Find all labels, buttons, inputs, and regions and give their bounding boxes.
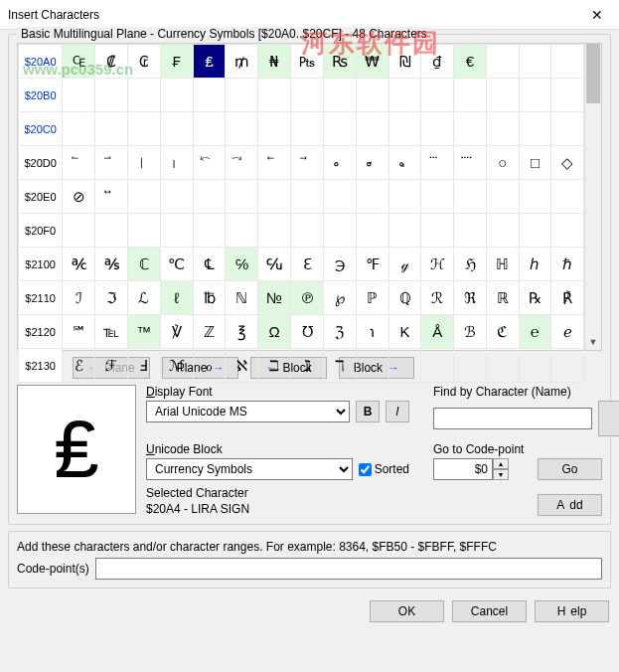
- char-cell[interactable]: [193, 180, 226, 214]
- char-cell[interactable]: [551, 45, 584, 79]
- char-cell[interactable]: ℏ: [551, 248, 584, 281]
- char-cell[interactable]: [519, 349, 551, 383]
- char-cell[interactable]: [519, 180, 551, 214]
- char-cell[interactable]: [324, 112, 357, 146]
- char-cell[interactable]: Ⅎ: [127, 349, 160, 383]
- sorted-checkbox-wrap[interactable]: Sorted: [359, 462, 409, 476]
- char-cell[interactable]: ⊘: [63, 180, 95, 214]
- char-cell[interactable]: [356, 214, 388, 248]
- char-cell[interactable]: ⃕: [226, 146, 258, 180]
- char-cell[interactable]: ⃚: [388, 146, 421, 180]
- char-cell[interactable]: [291, 79, 324, 112]
- char-cell[interactable]: [193, 79, 226, 112]
- char-cell[interactable]: [454, 180, 487, 214]
- char-cell[interactable]: ℞: [519, 281, 551, 315]
- char-cell[interactable]: [388, 214, 421, 248]
- char-cell[interactable]: ℇ: [291, 248, 324, 281]
- char-cell[interactable]: ℣: [160, 315, 193, 349]
- char-cell[interactable]: [291, 214, 324, 248]
- bold-button[interactable]: B: [356, 401, 380, 422]
- char-cell[interactable]: [551, 214, 584, 248]
- char-cell[interactable]: ℍ: [486, 248, 519, 281]
- ok-button[interactable]: OK: [370, 600, 444, 622]
- char-cell[interactable]: ℔: [193, 281, 226, 315]
- char-cell[interactable]: ℭ: [486, 315, 519, 349]
- char-cell[interactable]: [324, 79, 357, 112]
- char-cell[interactable]: ℜ: [454, 281, 487, 315]
- char-cell[interactable]: ℕ: [226, 281, 258, 315]
- char-cell[interactable]: ⃛: [421, 146, 454, 180]
- char-cell[interactable]: ◇: [551, 146, 584, 180]
- char-cell[interactable]: ⃔: [193, 146, 226, 180]
- char-cell[interactable]: ℶ: [258, 349, 291, 383]
- char-cell[interactable]: ℩: [356, 315, 388, 349]
- char-cell[interactable]: [95, 214, 128, 248]
- char-cell[interactable]: [421, 214, 454, 248]
- char-cell[interactable]: Å: [421, 315, 454, 349]
- char-cell[interactable]: [258, 112, 291, 146]
- scroll-down-icon[interactable]: ▼: [585, 333, 601, 350]
- char-cell[interactable]: ⃘: [324, 146, 357, 180]
- char-cell[interactable]: [454, 112, 487, 146]
- char-cell[interactable]: [160, 180, 193, 214]
- char-cell[interactable]: ℵ: [226, 349, 258, 383]
- char-cell[interactable]: ℒ: [127, 281, 160, 315]
- char-cell[interactable]: ℀: [63, 248, 95, 281]
- char-cell[interactable]: ℁: [95, 248, 128, 281]
- char-cell[interactable]: [324, 214, 357, 248]
- char-cell[interactable]: [454, 214, 487, 248]
- char-cell[interactable]: ⃖: [258, 146, 291, 180]
- char-cell[interactable]: ₣: [160, 45, 193, 79]
- char-cell[interactable]: ⃙: [356, 146, 388, 180]
- char-cell[interactable]: ℴ: [193, 349, 226, 383]
- char-cell[interactable]: [388, 180, 421, 214]
- char-cell[interactable]: [519, 79, 551, 112]
- char-cell[interactable]: [356, 180, 388, 214]
- char-cell[interactable]: [226, 112, 258, 146]
- char-cell[interactable]: ℘: [324, 281, 357, 315]
- sorted-checkbox[interactable]: [359, 463, 372, 476]
- char-cell[interactable]: [454, 349, 487, 383]
- char-cell[interactable]: ₡: [95, 45, 128, 79]
- char-cell[interactable]: ℊ: [388, 248, 421, 281]
- char-cell[interactable]: [356, 349, 388, 383]
- char-cell[interactable]: ₦: [258, 45, 291, 79]
- find-input[interactable]: [433, 408, 592, 429]
- char-cell[interactable]: [160, 214, 193, 248]
- char-cell[interactable]: ℯ: [551, 315, 584, 349]
- codepoint-spinner[interactable]: ▲▼: [433, 458, 509, 480]
- char-cell[interactable]: ℱ: [95, 349, 128, 383]
- char-cell[interactable]: [486, 349, 519, 383]
- char-cell[interactable]: [127, 180, 160, 214]
- char-cell[interactable]: ⃒: [127, 146, 160, 180]
- char-cell[interactable]: ℙ: [356, 281, 388, 315]
- add-button[interactable]: Add: [538, 494, 602, 516]
- char-cell[interactable]: ₥: [226, 45, 258, 79]
- unicode-block-select[interactable]: Currency Symbols: [146, 458, 353, 480]
- char-cell[interactable]: ⃓: [160, 146, 193, 180]
- char-cell[interactable]: ℛ: [421, 281, 454, 315]
- char-cell[interactable]: ℐ: [63, 281, 95, 315]
- char-cell[interactable]: [421, 112, 454, 146]
- char-cell[interactable]: ○: [486, 146, 519, 180]
- char-cell[interactable]: [388, 79, 421, 112]
- char-cell[interactable]: [291, 180, 324, 214]
- char-cell[interactable]: ™: [127, 315, 160, 349]
- char-cell[interactable]: [324, 180, 357, 214]
- find-next-button[interactable]: Find Next: [598, 401, 619, 436]
- char-cell[interactable]: [519, 112, 551, 146]
- char-cell[interactable]: ℰ: [63, 349, 95, 383]
- char-cell[interactable]: [226, 214, 258, 248]
- char-cell[interactable]: [258, 180, 291, 214]
- char-cell[interactable]: ⃑: [95, 146, 128, 180]
- char-cell[interactable]: [258, 214, 291, 248]
- char-cell[interactable]: ₨: [324, 45, 357, 79]
- char-cell[interactable]: [388, 112, 421, 146]
- char-cell[interactable]: [486, 214, 519, 248]
- char-cell[interactable]: ℓ: [160, 281, 193, 315]
- char-cell[interactable]: [95, 112, 128, 146]
- char-cell[interactable]: ℑ: [95, 281, 128, 315]
- cancel-button[interactable]: Cancel: [452, 600, 527, 622]
- char-cell[interactable]: [519, 214, 551, 248]
- char-cell[interactable]: ℉: [356, 248, 388, 281]
